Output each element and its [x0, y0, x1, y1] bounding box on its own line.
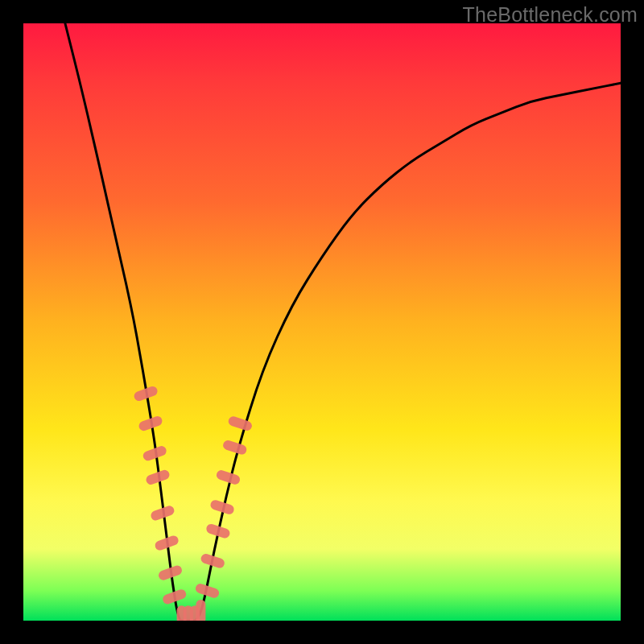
curve-svg	[23, 23, 621, 621]
marker-dot	[196, 600, 205, 621]
plot-area	[23, 23, 621, 621]
bottleneck-curve	[65, 23, 621, 621]
marker-dot	[215, 469, 241, 486]
highlight-dots	[133, 385, 253, 621]
marker-dot	[222, 439, 248, 456]
marker-dot	[227, 415, 253, 432]
chart-frame: TheBottleneck.com	[0, 0, 644, 644]
